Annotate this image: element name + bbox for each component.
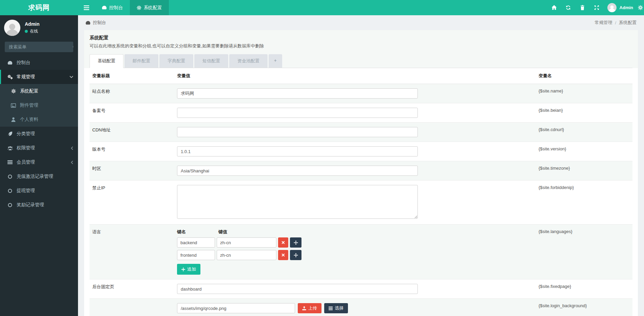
breadcrumb-left[interactable]: 控制台 <box>85 20 106 26</box>
move-row-button[interactable] <box>290 250 301 260</box>
table-row: 版本号 {$site.version} <box>90 142 632 161</box>
sidebar-item-profile[interactable]: 个人资料 <box>0 112 78 127</box>
sidebar-item-reward-records[interactable]: 奖励记录管理 <box>0 198 78 212</box>
forbidden-ip-textarea[interactable] <box>177 185 418 219</box>
tab-dictionary-config[interactable]: 字典配置 <box>159 54 193 68</box>
tab-fundpool-config[interactable]: 资金池配置 <box>229 54 268 68</box>
online-dot-icon <box>25 30 28 33</box>
x-icon <box>281 253 285 257</box>
row-label: 版本号 <box>90 142 174 161</box>
topbar-tab-dashboard[interactable]: 控制台 <box>95 0 130 15</box>
beian-input[interactable] <box>177 108 418 118</box>
table-row: CDN地址 {$site.cdnurl} <box>90 123 632 142</box>
site-name-input[interactable] <box>177 88 418 99</box>
add-tab-button[interactable]: + <box>269 54 282 68</box>
lang-key-input[interactable] <box>177 250 215 260</box>
sidebar-submenu-general: 系统配置 附件管理 个人资料 <box>0 84 78 127</box>
refresh-button[interactable] <box>561 0 575 15</box>
trash-button[interactable] <box>575 0 590 15</box>
variable-name: {$site.timezone} <box>536 161 632 180</box>
breadcrumb-right: 常规管理 / 系统配置 <box>594 20 637 26</box>
leaf-icon <box>7 131 13 136</box>
breadcrumb-item[interactable]: 常规管理 <box>594 20 612 26</box>
login-background-input[interactable] <box>177 303 295 313</box>
upload-button[interactable]: 上传 <box>298 303 321 313</box>
version-input[interactable] <box>177 146 418 156</box>
sidebar-item-label: 会员管理 <box>17 159 35 165</box>
variable-name: {$site.name} <box>536 84 632 103</box>
delete-row-button[interactable] <box>278 237 288 248</box>
settings-button[interactable] <box>638 0 644 15</box>
column-header: 变量值 <box>174 68 536 84</box>
sidebar-username: Admin <box>25 21 40 27</box>
tab-basic-config[interactable]: 基础配置 <box>90 54 123 68</box>
sidebar-item-permission-management[interactable]: 权限管理 <box>0 141 78 155</box>
kv-row <box>177 237 533 248</box>
user-icon <box>11 117 16 122</box>
sidebar-item-category-management[interactable]: 分类管理 <box>0 127 78 141</box>
tab-mail-config[interactable]: 邮件配置 <box>124 54 158 68</box>
topbar-tab-system-config[interactable]: 系统配置 <box>130 0 169 15</box>
cdn-url-input[interactable] <box>177 127 418 137</box>
sidebar-item-withdrawal-management[interactable]: 提现管理 <box>0 184 78 198</box>
topbar-tab-label: 控制台 <box>109 5 123 11</box>
config-panel: 系统配置 可以在此增改系统的变量和分组,也可以自定义分组和变量,如果需要删除请从… <box>84 30 638 316</box>
row-label: CDN地址 <box>90 123 174 142</box>
row-label: 后台固定页 <box>90 279 174 298</box>
variable-name: {$site.languages} <box>536 225 632 279</box>
fixed-page-input[interactable] <box>177 284 418 294</box>
hamburger-icon <box>84 5 89 10</box>
sidebar-item-member-management[interactable]: 会员管理 <box>0 155 78 169</box>
choose-button[interactable]: 选择 <box>324 303 348 313</box>
search-button[interactable] <box>73 42 73 52</box>
timezone-input[interactable] <box>177 166 418 176</box>
table-row: 备案号 {$site.beian} <box>90 103 632 123</box>
breadcrumb: 控制台 常规管理 / 系统配置 <box>84 15 638 30</box>
column-header: 变量名 <box>536 68 632 84</box>
sidebar-item-dashboard[interactable]: 控制台 <box>0 56 78 70</box>
upload-control: 上传 选择 <box>177 303 533 313</box>
topbar-tab-label: 系统配置 <box>144 5 162 11</box>
append-button[interactable]: 追加 <box>177 264 200 275</box>
panel-heading: 系统配置 可以在此增改系统的变量和分组,也可以自定义分组和变量,如果需要删除请从… <box>84 30 638 68</box>
variable-name: {$site.beian} <box>536 103 632 122</box>
image-icon <box>11 103 16 108</box>
table-row: 时区 {$site.timezone} <box>90 161 632 181</box>
button-label: 上传 <box>308 305 317 311</box>
search-icon <box>73 45 73 49</box>
variable-name: {$site.fixedpage} <box>536 279 632 298</box>
move-row-button[interactable] <box>290 237 301 248</box>
home-button[interactable] <box>547 0 561 15</box>
chevron-left-icon <box>71 161 73 164</box>
delete-row-button[interactable] <box>278 250 288 260</box>
sidebar-item-attachment-management[interactable]: 附件管理 <box>0 98 78 112</box>
sidebar-item-general-management[interactable]: 常规管理 <box>0 70 78 84</box>
fullscreen-button[interactable] <box>590 0 604 15</box>
sidebar-item-label: 奖励记录管理 <box>17 202 44 208</box>
breadcrumb-item: 控制台 <box>93 20 106 26</box>
sidebar-item-system-config[interactable]: 系统配置 <box>0 84 78 98</box>
breadcrumb-item: 系统配置 <box>619 20 637 26</box>
sidebar-item-label: 充值激活记录管理 <box>17 173 53 180</box>
search-input[interactable] <box>5 42 73 52</box>
topbar-user-menu[interactable]: Admin <box>604 3 638 12</box>
lang-value-input[interactable] <box>217 237 276 248</box>
sidebar-toggle-button[interactable] <box>78 0 95 15</box>
sidebar-item-label: 个人资料 <box>20 117 38 123</box>
sidebar-item-recharge-records[interactable]: 充值激活记录管理 <box>0 169 78 184</box>
row-label: 禁止IP <box>90 181 174 224</box>
dashboard-icon <box>7 61 13 65</box>
row-label: 站点名称 <box>90 84 174 103</box>
x-icon <box>281 241 285 244</box>
table-row-languages: 语言 键名 键值 <box>90 225 632 279</box>
avatar <box>607 3 617 12</box>
variable-name: {$site.forbiddenip} <box>536 181 632 224</box>
tab-sms-config[interactable]: 短信配置 <box>194 54 228 68</box>
variable-name: {$site.version} <box>536 142 632 161</box>
list-icon <box>329 307 333 310</box>
move-arrows-icon <box>294 253 298 257</box>
circle-icon <box>7 203 13 207</box>
lang-key-input[interactable] <box>177 237 215 248</box>
lang-value-input[interactable] <box>217 250 276 260</box>
table-header-row: 变量标题 变量值 变量名 <box>90 68 632 84</box>
